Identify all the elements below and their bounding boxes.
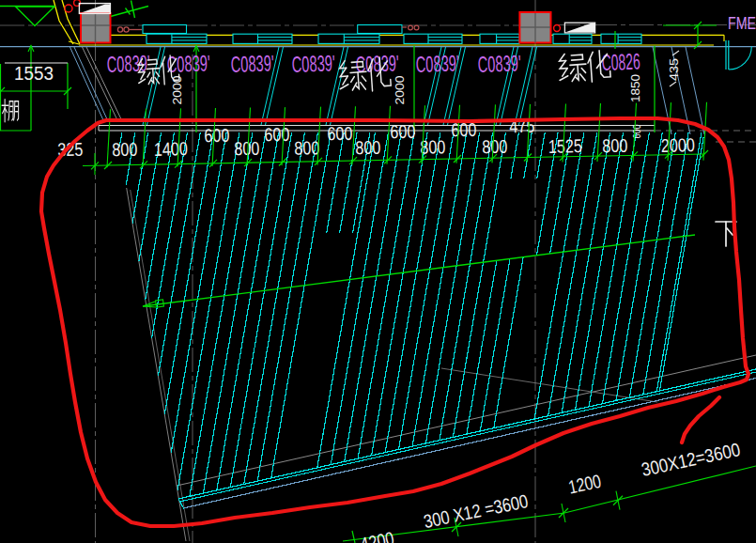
svg-text:600: 600 — [632, 124, 642, 138]
svg-text:C0826: C0826 — [601, 49, 640, 75]
svg-text:800: 800 — [420, 136, 446, 158]
svg-text:C0839': C0839' — [291, 50, 335, 77]
svg-text:1553: 1553 — [14, 63, 54, 84]
svg-text:600: 600 — [264, 124, 289, 145]
svg-text:600: 600 — [390, 121, 415, 142]
svg-text:800: 800 — [482, 136, 508, 158]
svg-text:600: 600 — [204, 125, 229, 146]
svg-text:800: 800 — [112, 139, 138, 161]
svg-text:C0839': C0839' — [355, 50, 399, 77]
svg-text:800: 800 — [355, 137, 381, 159]
svg-text:800: 800 — [602, 135, 628, 157]
svg-text:C0839': C0839' — [477, 50, 521, 77]
svg-text:435: 435 — [667, 58, 681, 81]
svg-text:2000: 2000 — [393, 76, 407, 105]
svg-text:1400: 1400 — [154, 138, 189, 160]
svg-text:1850: 1850 — [628, 74, 642, 102]
svg-text:2000: 2000 — [661, 134, 696, 156]
svg-text:C0839': C0839' — [415, 50, 459, 77]
svg-text:C0839': C0839' — [230, 50, 274, 77]
svg-text:600: 600 — [327, 123, 352, 144]
svg-text:2000: 2000 — [170, 76, 184, 105]
svg-text:800: 800 — [234, 138, 260, 160]
svg-text:1525: 1525 — [548, 135, 583, 157]
svg-text:800: 800 — [294, 137, 320, 159]
svg-text:FME: FME — [728, 13, 756, 33]
